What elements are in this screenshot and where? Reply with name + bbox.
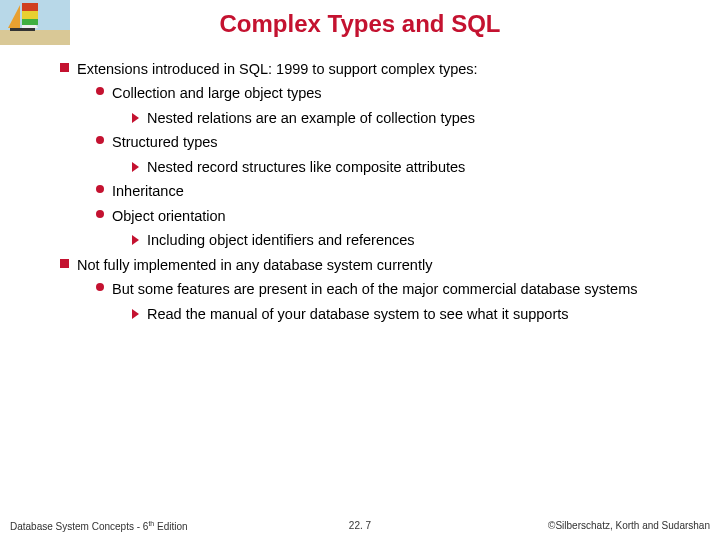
svg-rect-7: [10, 28, 35, 31]
bullet-text: Collection and large object types: [112, 82, 690, 104]
bullet-text: Read the manual of your database system …: [147, 303, 690, 325]
circle-bullet-icon: [96, 87, 104, 95]
svg-rect-1: [0, 30, 70, 45]
bullet-l3: Nested record structures like composite …: [60, 156, 690, 178]
circle-bullet-icon: [96, 136, 104, 144]
svg-rect-6: [22, 19, 38, 25]
bullet-text: Object orientation: [112, 205, 690, 227]
sailboat-logo: [0, 0, 70, 45]
bullet-l2: Structured types: [60, 131, 690, 153]
arrow-bullet-icon: [132, 113, 139, 123]
bullet-text: Nested record structures like composite …: [147, 156, 690, 178]
slide-footer: Database System Concepts - 6th Edition 2…: [0, 520, 720, 532]
bullet-l3: Read the manual of your database system …: [60, 303, 690, 325]
slide-content: Extensions introduced in SQL: 1999 to su…: [0, 58, 720, 325]
bullet-l2: Inheritance: [60, 180, 690, 202]
arrow-bullet-icon: [132, 162, 139, 172]
bullet-text: Structured types: [112, 131, 690, 153]
footer-text: Edition: [154, 521, 187, 532]
bullet-text: Including object identifiers and referen…: [147, 229, 690, 251]
bullet-l3: Including object identifiers and referen…: [60, 229, 690, 251]
bullet-text: Inheritance: [112, 180, 690, 202]
bullet-l3: Nested relations are an example of colle…: [60, 107, 690, 129]
footer-center: 22. 7: [243, 520, 476, 532]
bullet-text: Nested relations are an example of colle…: [147, 107, 690, 129]
arrow-bullet-icon: [132, 235, 139, 245]
bullet-l2: But some features are present in each of…: [60, 278, 690, 300]
bullet-l1: Extensions introduced in SQL: 1999 to su…: [60, 58, 690, 80]
svg-rect-5: [22, 11, 38, 19]
square-bullet-icon: [60, 259, 69, 268]
circle-bullet-icon: [96, 185, 104, 193]
svg-rect-4: [22, 3, 38, 11]
slide-title: Complex Types and SQL: [0, 0, 720, 58]
bullet-l1: Not fully implemented in any database sy…: [60, 254, 690, 276]
bullet-l2: Object orientation: [60, 205, 690, 227]
footer-text: Database System Concepts - 6: [10, 521, 148, 532]
footer-left: Database System Concepts - 6th Edition: [10, 520, 243, 532]
footer-right: ©Silberschatz, Korth and Sudarshan: [477, 520, 710, 532]
bullet-l2: Collection and large object types: [60, 82, 690, 104]
arrow-bullet-icon: [132, 309, 139, 319]
square-bullet-icon: [60, 63, 69, 72]
circle-bullet-icon: [96, 283, 104, 291]
bullet-text: Not fully implemented in any database sy…: [77, 254, 690, 276]
bullet-text: Extensions introduced in SQL: 1999 to su…: [77, 58, 690, 80]
bullet-text: But some features are present in each of…: [112, 278, 690, 300]
circle-bullet-icon: [96, 210, 104, 218]
